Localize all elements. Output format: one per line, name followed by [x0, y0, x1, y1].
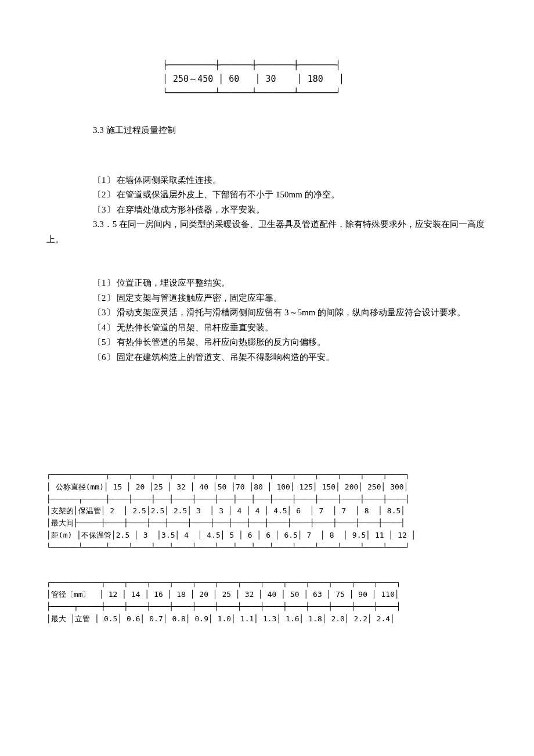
list1-item3: 〔3〕 在穿墙处做成方形补偿器，水平安装。	[93, 203, 488, 218]
t1-c1: 250～450	[173, 74, 213, 84]
table-3: ┌───────────┬────┬────┬────┬────┬────┬──…	[46, 577, 488, 625]
t1-c3: 30	[266, 74, 276, 84]
list1-item2: 〔2〕 在管道或保温层外皮上、下部留有不小于 150mm 的净空。	[93, 188, 488, 203]
list2-item5: 〔5〕 有热伸长管道的吊架、吊杆应向热膨胀的反方向偏移。	[93, 335, 488, 350]
list2-item1: 〔1〕 位置正确，埋设应平整结实。	[93, 276, 488, 291]
t3-hlabel: 管径〔mm〕	[51, 590, 91, 599]
text-block-1: 〔1〕 在墙体两侧采取柔性连接。 〔2〕 在管道或保温层外皮上、下部留有不小于 …	[46, 173, 488, 247]
list2-item3: 〔3〕 滑动支架应灵活，滑托与滑槽两侧间应留有 3～5mm 的间隙，纵向移动量应…	[46, 305, 488, 321]
t1-c2: 60	[229, 74, 239, 84]
list2-item4: 〔4〕 无热伸长管道的吊架、吊杆应垂直安装。	[93, 321, 488, 336]
t1-c4: 180	[308, 74, 323, 84]
list2-item6: 〔6〕 固定在建筑构造上的管道支、吊架不得影响构造的平安。	[93, 350, 488, 365]
table-small: ├─────────┼──────┼───────┼───────┤ │ 250…	[163, 58, 488, 100]
text-block-2: 〔1〕 位置正确，埋设应平整结实。 〔2〕 固定支架与管道接触应严密，固定应牢靠…	[46, 276, 488, 365]
section-heading: 3.3 施工过程质量控制	[93, 123, 488, 138]
list1-note: 3.3．5 在同一房间内，同类型的采暖设备、卫生器具及管道配件，除有特殊要求外，…	[46, 217, 488, 247]
list2-item2: 〔2〕 固定支架与管道接触应严密，固定应牢靠。	[93, 291, 488, 306]
table-2: ┌────────────┬────┬────┬───┬────┬────┬──…	[46, 469, 488, 554]
t2-hlabel: 公称直径(mm)	[56, 483, 104, 491]
list1-item1: 〔1〕 在墙体两侧采取柔性连接。	[93, 173, 488, 188]
